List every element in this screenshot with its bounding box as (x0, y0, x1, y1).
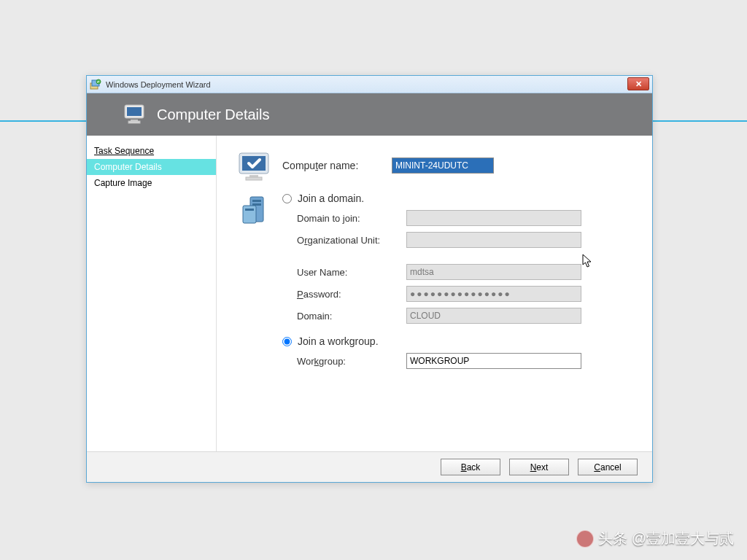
sidebar-item-capture-image[interactable]: Capture Image (87, 175, 216, 191)
password-input (406, 286, 581, 302)
servers-icon (230, 192, 282, 228)
footer: Back Next Cancel (87, 451, 652, 482)
join-domain-radio-row: Join a domain. (282, 192, 632, 204)
wizard-window: Windows Deployment Wizard ✕ Computer Det… (86, 75, 653, 483)
join-workgroup-radio[interactable] (282, 337, 292, 346)
sidebar: Task Sequence Computer Details Capture I… (87, 136, 217, 451)
close-button[interactable]: ✕ (627, 77, 649, 90)
close-icon: ✕ (635, 79, 642, 89)
svg-rect-4 (127, 107, 142, 116)
domain-to-join-label: Domain to join: (297, 213, 406, 224)
cred-domain-label: Domain: (297, 311, 406, 322)
join-workgroup-radio-row: Join a workgroup. (282, 335, 632, 347)
computer-name-row: Computer name: (230, 149, 632, 184)
svg-rect-12 (243, 206, 256, 223)
computer-icon (123, 104, 148, 125)
window-title: Windows Deployment Wizard (106, 80, 211, 89)
page-title: Computer Details (157, 106, 270, 123)
join-domain-row: Join a domain. Domain to join: Organizat… (230, 192, 632, 375)
join-domain-label[interactable]: Join a domain. (298, 192, 364, 204)
watermark: 头条 @壹加壹大与贰 (576, 529, 734, 548)
computer-name-label: Computer name: (282, 160, 392, 171)
svg-rect-14 (252, 203, 261, 206)
join-domain-radio[interactable] (282, 194, 292, 203)
monitor-check-icon (230, 149, 282, 184)
wizard-body: Task Sequence Computer Details Capture I… (87, 136, 652, 451)
computer-name-input[interactable] (392, 158, 494, 174)
workgroup-label: Workgroup: (297, 356, 406, 367)
svg-rect-6 (128, 121, 140, 123)
titlebar[interactable]: Windows Deployment Wizard ✕ (87, 76, 652, 93)
cancel-button[interactable]: Cancel (578, 459, 638, 475)
cred-domain-input (406, 308, 581, 324)
app-icon (90, 79, 101, 90)
sidebar-item-computer-details[interactable]: Computer Details (87, 159, 216, 175)
content-panel: Computer name: (217, 136, 652, 451)
svg-rect-10 (246, 177, 262, 180)
domain-to-join-input (406, 210, 581, 226)
password-label: Password: (297, 289, 406, 300)
svg-rect-13 (252, 200, 261, 202)
join-workgroup-label[interactable]: Join a workgroup. (298, 335, 379, 347)
back-button[interactable]: Back (441, 459, 500, 475)
username-label: User Name: (297, 267, 406, 278)
watermark-text: 头条 @壹加壹大与贰 (598, 529, 734, 548)
watermark-avatar-icon (576, 530, 594, 548)
next-button[interactable]: Next (509, 459, 569, 475)
ou-label: Organizational Unit: (297, 235, 406, 246)
svg-rect-15 (245, 209, 254, 211)
sidebar-item-task-sequence[interactable]: Task Sequence (87, 143, 216, 159)
ou-input (406, 232, 581, 248)
workgroup-input[interactable] (406, 353, 581, 369)
username-input (406, 264, 581, 280)
wizard-header: Computer Details (87, 93, 652, 136)
svg-rect-8 (242, 156, 266, 171)
